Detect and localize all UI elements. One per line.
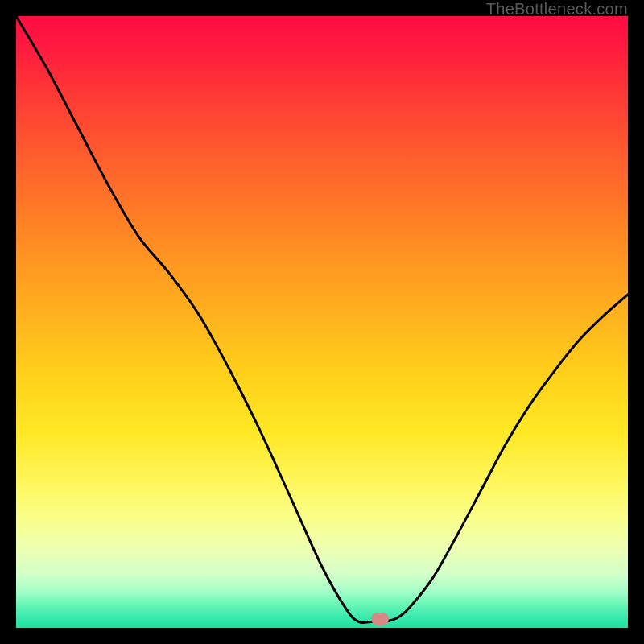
optimal-point-marker <box>371 613 389 625</box>
plot-area <box>16 16 628 628</box>
curve-layer <box>16 16 628 628</box>
bottleneck-curve <box>16 16 628 623</box>
bottleneck-chart: TheBottleneck.com <box>0 0 644 644</box>
